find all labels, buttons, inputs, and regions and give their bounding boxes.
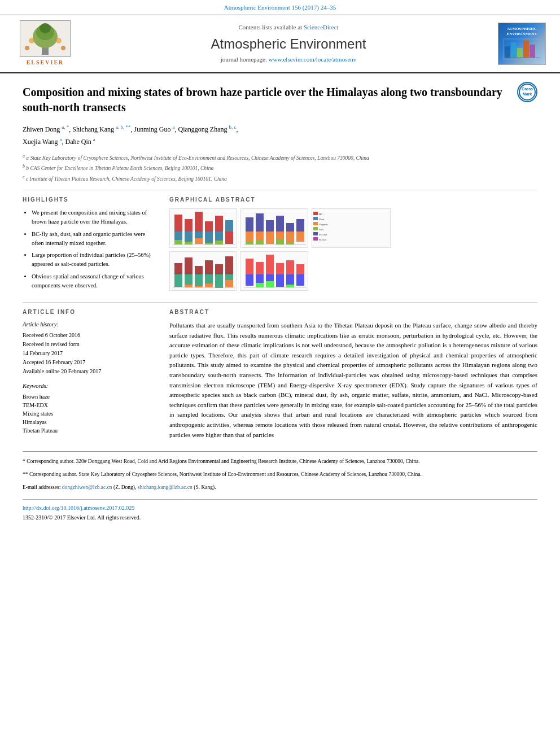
authors-line: Zhiwen Dong a, *, Shichang Kang a, b, **… <box>23 123 537 147</box>
footnote-2: ** Corresponding author. State Key Labor… <box>23 470 537 479</box>
main-content: Cross Mark Composition and mixing states… <box>0 73 560 533</box>
svg-rect-92 <box>256 283 264 287</box>
svg-text:BC: BC <box>319 213 323 216</box>
keyword-item: Mixing states <box>23 409 158 418</box>
svg-rect-27 <box>195 231 203 238</box>
journal-homepage-link[interactable]: www.elsevier.com/locate/atmosenv <box>269 56 357 63</box>
svg-rect-22 <box>174 240 182 244</box>
svg-point-8 <box>61 46 65 50</box>
svg-rect-63 <box>313 227 318 230</box>
keyword-item: TEM-EDX <box>23 401 158 409</box>
section-divider <box>23 190 537 190</box>
journal-name: Atmospheric Environment <box>85 34 492 54</box>
svg-rect-70 <box>174 263 182 274</box>
highlight-item: We present the composition and mixing st… <box>32 208 158 227</box>
svg-rect-73 <box>185 274 193 285</box>
accepted-date: Accepted 16 February 2017 <box>23 359 158 366</box>
journal-cover-image: ATMOSPHERIC ENVIRONMENT <box>498 23 549 65</box>
svg-rect-57 <box>313 212 318 215</box>
svg-rect-91 <box>256 274 264 283</box>
email-2-link[interactable]: shichang.kang@lzb.ac.cn <box>138 484 193 490</box>
svg-rect-54 <box>296 231 304 242</box>
section-divider-2 <box>23 302 537 303</box>
svg-rect-26 <box>195 212 203 231</box>
svg-rect-31 <box>205 243 213 244</box>
svg-rect-40 <box>246 231 253 242</box>
ga-chart-5 <box>240 251 308 291</box>
keywords-title: Keywords: <box>23 382 158 391</box>
footnote-1: * Corresponding author. 320# Donggang We… <box>23 457 537 466</box>
svg-rect-36 <box>225 231 233 244</box>
graphical-abstract-column: GRAPHICAL ABSTRACT <box>169 196 537 293</box>
svg-rect-101 <box>296 264 304 274</box>
svg-rect-75 <box>195 266 203 274</box>
svg-point-4 <box>40 23 51 33</box>
ga-chart-1 <box>169 208 237 248</box>
svg-rect-28 <box>195 238 203 244</box>
ga-chart-2 <box>240 208 308 248</box>
email-footnote: E-mail addresses: dongzhiwen@lzb.ac.cn (… <box>23 483 537 492</box>
journal-cover-text: ATMOSPHERIC ENVIRONMENT <box>501 27 543 37</box>
svg-text:Dust: Dust <box>319 218 325 221</box>
svg-rect-82 <box>215 274 223 288</box>
ga-chart-3: BC Dust Organic Salt Fly ash Mixed <box>312 208 391 248</box>
available-date: Available online 20 February 2017 <box>23 368 158 375</box>
svg-rect-93 <box>266 255 274 274</box>
svg-rect-46 <box>266 231 274 244</box>
svg-rect-32 <box>215 216 223 231</box>
svg-rect-81 <box>215 264 223 274</box>
svg-text:Cross: Cross <box>522 87 533 91</box>
svg-rect-33 <box>215 231 223 241</box>
svg-rect-23 <box>185 219 193 231</box>
journal-volume-info: Atmospheric Environment 156 (2017) 24–35 <box>0 0 560 15</box>
svg-rect-95 <box>266 281 274 287</box>
svg-rect-44 <box>256 240 264 244</box>
svg-rect-77 <box>195 286 203 287</box>
svg-rect-50 <box>286 223 294 231</box>
highlight-item: BC-fly ash, dust, salt and organic parti… <box>32 230 158 248</box>
highlights-column: HIGHLIGHTS We present the composition an… <box>23 196 158 293</box>
ga-row-2 <box>169 251 537 291</box>
svg-rect-43 <box>256 231 264 240</box>
doi-link[interactable]: http://dx.doi.org/10.1016/j.atmosenv.201… <box>23 504 537 512</box>
keyword-item: Himalayas <box>23 418 158 426</box>
svg-rect-12 <box>517 48 523 58</box>
journal-homepage-line: journal homepage: www.elsevier.com/locat… <box>85 55 492 64</box>
svg-text:Mark: Mark <box>523 92 532 96</box>
svg-rect-67 <box>313 237 318 241</box>
svg-rect-94 <box>266 274 274 281</box>
crossmark-badge[interactable]: Cross Mark <box>517 82 537 102</box>
svg-rect-74 <box>185 285 193 287</box>
svg-rect-39 <box>246 217 253 231</box>
svg-rect-30 <box>205 231 213 243</box>
elsevier-tree-icon <box>20 20 71 57</box>
sciencedirect-link[interactable]: ScienceDirect <box>304 24 339 30</box>
svg-rect-45 <box>266 220 274 231</box>
svg-rect-21 <box>174 231 182 240</box>
article-info-column: ARTICLE INFO Article history: Received 6… <box>23 308 158 440</box>
keyword-item: Brown haze <box>23 392 158 401</box>
svg-point-6 <box>56 38 62 43</box>
ga-row-1: BC Dust Organic Salt Fly ash Mixed <box>169 208 537 248</box>
svg-rect-88 <box>246 259 253 274</box>
svg-rect-47 <box>276 216 284 231</box>
highlights-list: We present the composition and mixing st… <box>23 208 158 290</box>
svg-rect-78 <box>205 260 213 274</box>
received-revised-date: 14 February 2017 <box>23 350 158 357</box>
email-1-link[interactable]: dongzhiwen@lzb.ac.cn <box>62 484 112 490</box>
svg-rect-49 <box>276 239 284 244</box>
svg-rect-24 <box>185 231 193 242</box>
svg-rect-34 <box>215 241 223 244</box>
keywords-list: Brown haze TEM-EDX Mixing states Himalay… <box>23 392 158 435</box>
svg-rect-14 <box>530 45 535 58</box>
svg-rect-52 <box>286 243 294 244</box>
svg-rect-97 <box>276 274 284 287</box>
article-history-title: Article history: <box>23 321 158 329</box>
abstract-heading: ABSTRACT <box>169 308 537 316</box>
svg-rect-76 <box>195 274 203 286</box>
svg-rect-100 <box>286 285 294 287</box>
svg-rect-51 <box>286 231 294 243</box>
svg-rect-56 <box>312 209 391 248</box>
paper-title: Composition and mixing states of brown h… <box>23 85 537 115</box>
received-date: Received 6 October 2016 <box>23 331 158 339</box>
